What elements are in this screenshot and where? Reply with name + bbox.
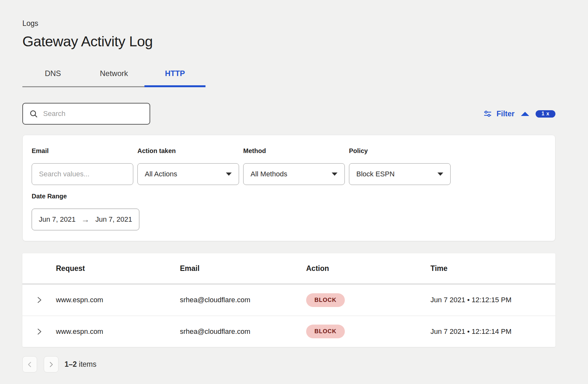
chevron-up-icon[interactable] [521, 112, 529, 116]
search-icon [29, 110, 38, 118]
action-taken-select[interactable]: All Actions [137, 163, 239, 185]
request-cell: www.espn.com [56, 327, 180, 336]
toolbar: Filter 1 x [22, 103, 555, 125]
chevron-right-icon [36, 327, 43, 336]
column-header-action: Action [306, 264, 430, 273]
table-row: www.espn.com srhea@cloudflare.com BLOCK … [22, 316, 555, 347]
chevron-down-icon [226, 173, 232, 176]
action-taken-filter-label: Action taken [137, 147, 239, 155]
chevron-right-icon [36, 296, 43, 304]
date-range-start[interactable]: Jun 7, 2021 [39, 215, 76, 224]
row-expand-button[interactable] [22, 327, 56, 336]
filter-control[interactable]: Filter 1 x [483, 109, 555, 118]
chevron-down-icon [332, 173, 337, 176]
policy-value: Block ESPN [356, 170, 395, 178]
action-block-badge: BLOCK [306, 293, 345, 307]
next-page-button[interactable] [44, 356, 58, 372]
filter-field-method: Method All Methods [243, 147, 345, 185]
filter-label[interactable]: Filter [497, 110, 514, 118]
time-cell: Jun 7 2021 • 12:12:15 PM [430, 296, 555, 304]
chevron-right-icon [48, 361, 54, 368]
column-header-request: Request [56, 264, 180, 273]
filter-field-email: Email [32, 147, 133, 185]
date-range-label: Date Range [32, 193, 546, 200]
pagination: 1–2 items [22, 356, 555, 372]
previous-page-button[interactable] [22, 356, 37, 372]
action-taken-value: All Actions [145, 170, 177, 178]
date-range-end[interactable]: Jun 7, 2021 [96, 215, 132, 224]
filter-sliders-icon [483, 109, 492, 118]
method-value: All Methods [251, 170, 287, 178]
column-header-email: Email [180, 264, 306, 273]
email-filter-label: Email [32, 147, 133, 155]
tab-http[interactable]: HTTP [144, 65, 205, 86]
method-filter-label: Method [243, 147, 345, 155]
tab-dns[interactable]: DNS [22, 65, 83, 86]
breadcrumb[interactable]: Logs [22, 0, 555, 28]
search-input[interactable] [43, 110, 139, 118]
policy-filter-label: Policy [349, 147, 451, 155]
column-header-time: Time [430, 264, 555, 273]
table-header-row: Request Email Action Time [22, 253, 555, 284]
items-range: 1–2 [65, 360, 77, 368]
chevron-down-icon [437, 173, 443, 176]
page-title: Gateway Activity Log [22, 33, 555, 50]
filter-count-badge[interactable]: 1 x [536, 110, 555, 118]
email-cell: srhea@cloudflare.com [180, 327, 306, 336]
tab-bar: DNS Network HTTP [22, 65, 205, 87]
request-cell: www.espn.com [56, 296, 180, 304]
table-row: www.espn.com srhea@cloudflare.com BLOCK … [22, 284, 555, 316]
filter-panel: Email Action taken All Actions Method Al… [22, 135, 555, 241]
chevron-left-icon [27, 361, 33, 368]
filter-field-action-taken: Action taken All Actions [137, 147, 239, 185]
time-cell: Jun 7 2021 • 12:12:14 PM [430, 327, 555, 336]
method-select[interactable]: All Methods [243, 163, 345, 185]
items-label: items [79, 360, 97, 368]
email-filter-input[interactable] [39, 170, 126, 178]
email-cell: srhea@cloudflare.com [180, 296, 306, 304]
arrow-right-icon: → [81, 215, 90, 225]
activity-log-table: Request Email Action Time www.espn.com s… [22, 253, 555, 347]
date-range-picker[interactable]: Jun 7, 2021 → Jun 7, 2021 [32, 209, 139, 230]
items-count-text: 1–2 items [65, 360, 97, 369]
tab-network[interactable]: Network [83, 65, 144, 86]
action-block-badge: BLOCK [306, 325, 345, 338]
row-expand-button[interactable] [22, 296, 56, 304]
filter-field-policy: Policy Block ESPN [349, 147, 451, 185]
search-box[interactable] [22, 103, 150, 125]
policy-select[interactable]: Block ESPN [349, 163, 451, 185]
